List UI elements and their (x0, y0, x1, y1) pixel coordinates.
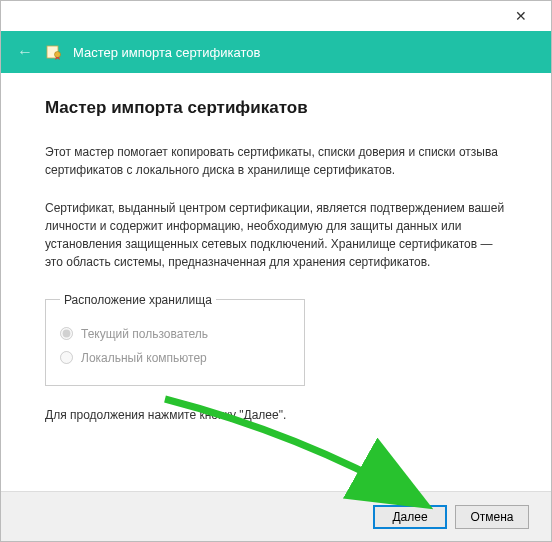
description-text: Сертификат, выданный центром сертификаци… (45, 199, 507, 271)
wizard-window: ✕ ← Мастер импорта сертификатов Мастер и… (0, 0, 552, 542)
radio-current-user-label: Текущий пользователь (81, 325, 208, 343)
wizard-header-title: Мастер импорта сертификатов (73, 45, 260, 60)
intro-text: Этот мастер помогает копировать сертифик… (45, 143, 507, 179)
radio-current-user[interactable] (60, 327, 73, 340)
radio-current-user-row[interactable]: Текущий пользователь (60, 325, 290, 343)
radio-local-machine[interactable] (60, 351, 73, 364)
close-button[interactable]: ✕ (501, 1, 541, 31)
storage-location-group: Расположение хранилища Текущий пользоват… (45, 291, 305, 386)
wizard-footer: Далее Отмена (1, 491, 551, 541)
radio-local-machine-row[interactable]: Локальный компьютер (60, 349, 290, 367)
next-button[interactable]: Далее (373, 505, 447, 529)
certificate-icon (45, 43, 63, 61)
svg-point-1 (55, 52, 61, 58)
page-title: Мастер импорта сертификатов (45, 95, 507, 121)
storage-legend: Расположение хранилища (60, 291, 216, 309)
back-arrow-icon[interactable]: ← (17, 43, 35, 61)
wizard-header: ← Мастер импорта сертификатов (1, 31, 551, 73)
titlebar: ✕ (1, 1, 551, 31)
radio-local-machine-label: Локальный компьютер (81, 349, 207, 367)
cancel-button[interactable]: Отмена (455, 505, 529, 529)
wizard-content: Мастер импорта сертификатов Этот мастер … (1, 73, 551, 491)
continue-hint: Для продолжения нажмите кнопку "Далее". (45, 406, 507, 424)
